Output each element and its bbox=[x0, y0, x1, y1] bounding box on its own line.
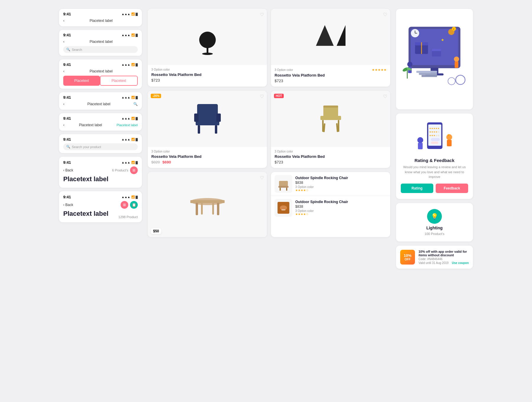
option-color-text-4: 3 Option color bbox=[275, 150, 293, 153]
coupon-info: 10% off with app order valid for items w… bbox=[419, 250, 469, 265]
outline-btn-3[interactable]: Placetext bbox=[100, 76, 138, 86]
option-color-4: 3 Option color bbox=[275, 150, 387, 153]
phone-status-2: 9:41 ▲▲▲ 📶 ▓ bbox=[63, 33, 138, 37]
back-btn-7[interactable]: ‹ Back bbox=[63, 168, 73, 172]
lighting-icon: 💡 bbox=[431, 213, 438, 220]
signal-icon: ▲▲▲ bbox=[121, 12, 130, 16]
wifi-icon-7: 📶 bbox=[131, 161, 135, 164]
back-chevron-5[interactable]: ‹ bbox=[63, 123, 64, 127]
filter-icon-8b[interactable]: 📋 bbox=[130, 201, 138, 209]
filter-icon-8a[interactable]: ⊞ bbox=[121, 201, 128, 209]
svg-text:★: ★ bbox=[447, 133, 450, 137]
phone-status-3: 9:41 ▲▲▲ 📶 ▓ bbox=[63, 62, 138, 67]
svg-marker-3 bbox=[316, 25, 334, 46]
signal-icon-8: ▲▲▲ bbox=[121, 195, 130, 199]
phone-card-1: 9:41 ▲▲▲ 📶 ▓ ‹ Placetext label bbox=[59, 9, 142, 26]
back-chevron-2[interactable]: ‹ bbox=[63, 40, 64, 44]
option-color-1: 3 Option color bbox=[151, 68, 263, 71]
teal-link-5[interactable]: Placetext label bbox=[116, 123, 138, 127]
wifi-icon-3: 📶 bbox=[131, 63, 135, 66]
phone-card-3: 9:41 ▲▲▲ 📶 ▓ ‹ Placetext label Placetext… bbox=[59, 59, 142, 89]
phone-card-7: 9:41 ▲▲▲ 📶 ▓ ‹ Back 6 Product's ⊞ Placet… bbox=[59, 157, 142, 188]
price-text-1: $723 bbox=[151, 78, 160, 82]
wishlist-btn-3[interactable]: ♡ bbox=[260, 94, 264, 99]
wishlist-btn-table[interactable]: ♡ bbox=[260, 175, 264, 181]
product-name-2: Rossetto Vela Platform Bed bbox=[275, 73, 387, 77]
use-coupon-link[interactable]: Use coupon bbox=[452, 261, 469, 265]
svg-marker-4 bbox=[337, 25, 346, 46]
signal-icon-7: ▲▲▲ bbox=[121, 161, 130, 164]
coupon-badge: 10% OFF bbox=[400, 250, 415, 265]
feedback-button[interactable]: Feedback bbox=[436, 184, 468, 193]
svg-text:★★★★☆: ★★★★☆ bbox=[429, 131, 439, 133]
list-info-1: Outdoor Spindle Rocking Chair $838 3 Opt… bbox=[295, 176, 387, 192]
list-price-2: $838 bbox=[295, 205, 387, 209]
back-chevron-1[interactable]: ‹ bbox=[63, 19, 64, 23]
back-chevron-4[interactable]: ‹ bbox=[63, 102, 64, 106]
svg-rect-9 bbox=[198, 125, 200, 134]
svg-rect-12 bbox=[323, 106, 338, 108]
time-8: 9:41 bbox=[63, 195, 71, 199]
svg-point-44 bbox=[454, 56, 459, 62]
status-icons-6: ▲▲▲ 📶 ▓ bbox=[121, 138, 138, 141]
svg-point-2 bbox=[202, 53, 213, 55]
search-bar-2[interactable]: 🔍 Search bbox=[63, 46, 138, 53]
coupon-percent: 10% bbox=[404, 253, 411, 258]
chair-wood-illustration bbox=[314, 98, 347, 140]
phone-status-4: 9:41 ▲▲▲ 📶 ▓ bbox=[63, 95, 138, 100]
svg-rect-45 bbox=[455, 61, 458, 68]
list-thumb-img-2 bbox=[276, 200, 291, 215]
product-card-4: ♡ HOT bbox=[271, 91, 390, 168]
svg-rect-65 bbox=[431, 142, 438, 144]
svg-rect-19 bbox=[190, 200, 225, 203]
product-price-4: $723 bbox=[275, 160, 387, 164]
list-stars-1: ★★★★☆ bbox=[295, 189, 387, 192]
phone-nav-1: ‹ Placetext label bbox=[63, 18, 138, 23]
svg-rect-21 bbox=[217, 203, 219, 215]
svg-rect-30 bbox=[281, 209, 286, 210]
coupon-title: 10% off with app order valid for items w… bbox=[419, 250, 469, 257]
list-thumb-1 bbox=[275, 175, 292, 193]
filter-icon-7[interactable]: ⊞ bbox=[130, 166, 138, 174]
search-icon-nav-4[interactable]: 🔍 bbox=[133, 102, 138, 106]
category-name: Lighting bbox=[426, 226, 442, 230]
hot-badge-4: HOT bbox=[274, 94, 284, 98]
nav-title-2: Placetext label bbox=[90, 40, 113, 44]
product-name-4: Rossetto Vela Platform Bed bbox=[275, 154, 387, 159]
wifi-icon-4: 📶 bbox=[131, 96, 135, 99]
status-icons-8: ▲▲▲ 📶 ▓ bbox=[121, 195, 138, 199]
search-product-bar[interactable]: 🔍 Search your product bbox=[63, 143, 138, 150]
option-color-text-2: 3 Option color bbox=[275, 68, 293, 72]
svg-rect-6 bbox=[196, 119, 219, 125]
isometric-illustration: ★ $ bbox=[401, 15, 468, 103]
product-card-3: ♡ -26% bbox=[148, 91, 267, 168]
svg-rect-13 bbox=[320, 116, 341, 120]
primary-btn-3[interactable]: Placetext bbox=[63, 76, 100, 86]
nav-title-4: Placetext label bbox=[87, 102, 110, 106]
battery-icon-3: ▓ bbox=[136, 63, 138, 66]
nav-title-1: Placetext label bbox=[90, 19, 113, 23]
product-info-2: 3 Option color ★★★★★ Rossetto Vela Platf… bbox=[271, 65, 390, 87]
product-img-area-4: ♡ HOT bbox=[271, 91, 390, 147]
product-card-1: ♡ 3 Option color Rossetto Vela Platform … bbox=[148, 9, 267, 87]
rating-button[interactable]: Rating bbox=[401, 184, 433, 193]
svg-rect-48 bbox=[421, 75, 437, 77]
phone-nav-5: ‹ Placetext label Placetext label bbox=[63, 122, 138, 128]
svg-rect-5 bbox=[197, 104, 218, 120]
svg-rect-24 bbox=[279, 181, 288, 186]
back-btn-8[interactable]: ‹ Back bbox=[63, 203, 73, 207]
option-color-3: 3 Option color bbox=[151, 150, 263, 153]
svg-point-0 bbox=[199, 32, 216, 48]
phone-card-2: 9:41 ▲▲▲ 📶 ▓ ‹ Placetext label 🔍 Search bbox=[59, 30, 142, 56]
wishlist-btn-4[interactable]: ♡ bbox=[383, 94, 387, 99]
option-color-2: 3 Option color ★★★★★ bbox=[275, 68, 387, 72]
wifi-icon-5: 📶 bbox=[131, 117, 135, 120]
back-chevron-3[interactable]: ‹ bbox=[63, 69, 64, 73]
coupon-validity: Valid until 31 Aug 2019 bbox=[419, 261, 449, 265]
product-name-3: Rossetto Vela Platform Bed bbox=[151, 154, 263, 159]
wishlist-btn-2[interactable]: ♡ bbox=[383, 12, 387, 17]
svg-rect-46 bbox=[416, 71, 437, 73]
wishlist-btn-1[interactable]: ♡ bbox=[260, 12, 264, 17]
signal-icon-4: ▲▲▲ bbox=[121, 96, 130, 99]
chair-dark-illustration bbox=[191, 98, 224, 140]
